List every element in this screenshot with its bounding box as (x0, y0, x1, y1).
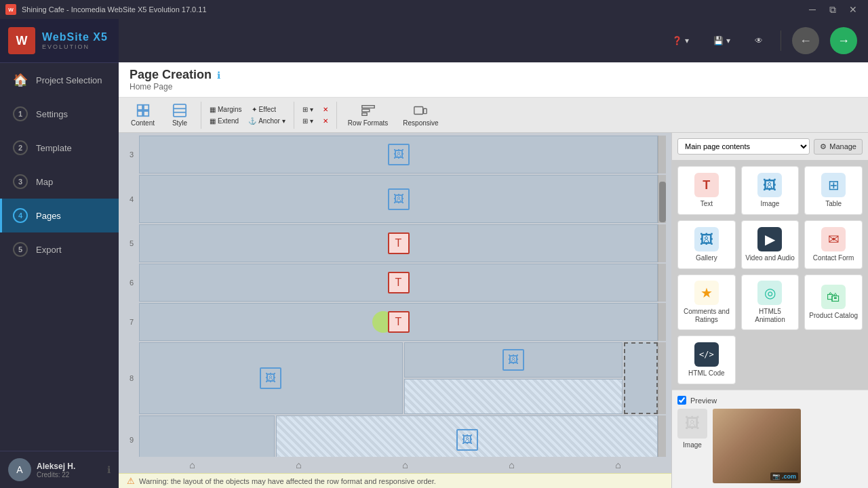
panel-item-contact-form[interactable]: ✉ Contact Form (804, 220, 863, 269)
forward-button[interactable]: → (830, 27, 857, 54)
preview-button[interactable]: 👁 (748, 32, 770, 49)
row-scrollbar[interactable] (658, 342, 666, 414)
close-button[interactable]: ✕ (844, 0, 863, 19)
image-cell-icon: 🖼 (260, 367, 281, 389)
extend-button[interactable]: ▦ Extend (205, 116, 243, 126)
panel-item-comments-ratings[interactable]: ★ Comments and Ratings (677, 274, 736, 330)
row-scrollbar[interactable] (658, 136, 666, 174)
row-cell-9b[interactable]: 🖼 (276, 415, 658, 457)
add-col-button[interactable]: ⊞ ▾ (298, 116, 317, 126)
help-button[interactable]: ❓ ▾ (665, 32, 696, 49)
anchor-2[interactable]: ⌂ (245, 460, 352, 470)
anchor-button[interactable]: ⚓ Anchor ▾ (244, 116, 290, 126)
anchor-5[interactable]: ⌂ (565, 460, 671, 470)
row-content-5: T (139, 224, 658, 262)
manage-button[interactable]: ⚙ Manage (814, 139, 863, 155)
back-button[interactable]: ← (792, 27, 819, 54)
style-button[interactable]: Style (163, 100, 197, 129)
add-row-button[interactable]: ⊞ ▾ (298, 104, 317, 115)
preview-checkbox[interactable] (677, 396, 686, 405)
responsive-label: Responsive (403, 119, 438, 127)
margins-button[interactable]: ▦ Margins (205, 104, 246, 115)
row-scrollbar[interactable] (658, 415, 666, 457)
anchor-1[interactable]: ⌂ (139, 460, 245, 470)
panel-item-gallery[interactable]: 🖼 Gallery (677, 220, 736, 269)
row-cell[interactable]: 🖼 (139, 136, 658, 174)
panel-item-text[interactable]: T Text (677, 166, 736, 215)
panel-dropdown[interactable]: Main page contents (677, 138, 810, 155)
add-col-arrow: ▾ (310, 117, 313, 125)
row-tools: ⊞ ▾ ✕ (298, 104, 332, 115)
table-item-icon: ⊞ (821, 173, 846, 197)
sidebar: W WebSite X5 EVOLUTION 🏠 Project Selecti… (0, 19, 119, 488)
comments-item-icon: ★ (694, 281, 719, 305)
delete-col-button[interactable]: ✕ (319, 116, 332, 126)
panel-item-table[interactable]: ⊞ Table (804, 166, 863, 215)
canvas-scroll[interactable]: 3 🖼 4 (119, 133, 671, 457)
row-cell[interactable]: 🖼 (139, 175, 658, 223)
row-cell-9a[interactable] (139, 415, 275, 457)
image-item-label: Image (761, 200, 780, 208)
sidebar-item-settings[interactable]: 1 Settings (0, 97, 119, 131)
extend-icon: ▦ (210, 117, 216, 125)
content-label: Content (131, 119, 155, 127)
row-cell[interactable]: T (139, 264, 658, 302)
row-scrollbar[interactable] (658, 175, 666, 223)
panel-item-video-audio[interactable]: ▶ Video and Audio (741, 220, 800, 269)
anchor-3[interactable]: ⌂ (352, 460, 458, 470)
panel-item-html-code[interactable]: </> HTML Code (677, 336, 736, 384)
page-info-icon[interactable]: ℹ (217, 70, 220, 81)
panel-item-image[interactable]: 🖼 Image (741, 166, 800, 215)
page-header: Page Creation ℹ Home Page (119, 62, 868, 98)
svg-rect-2 (137, 111, 142, 116)
sidebar-item-pages[interactable]: 4 Pages (0, 199, 119, 232)
titlebar: W Shining Cafe - Incomedia WebSite X5 Ev… (0, 0, 868, 19)
row-cell[interactable]: T (139, 224, 658, 262)
row-cell-8b1[interactable]: 🖼 (404, 342, 623, 378)
delete-row-button[interactable]: ✕ (319, 104, 332, 115)
svg-rect-9 (361, 113, 366, 116)
row-cell-8b2-selected[interactable] (404, 379, 623, 414)
preview-checkbox-label[interactable]: Preview (677, 396, 863, 405)
anchor-4[interactable]: ⌂ (458, 460, 565, 470)
status-text: Warning: the layout of the objects may h… (139, 477, 436, 485)
save-icon: 💾 (713, 36, 724, 45)
row-cell-active[interactable]: T (139, 303, 658, 341)
effect-star-icon: ✦ (252, 106, 257, 113)
row-scrollbar[interactable] (658, 303, 666, 341)
row-formats-button[interactable]: Row Formats (341, 100, 395, 129)
row-cell-8c-selected[interactable] (624, 342, 658, 414)
row-num-5: 5 (124, 224, 139, 262)
responsive-button[interactable]: Responsive (396, 100, 445, 129)
effect-button[interactable]: ✦ Effect (248, 104, 280, 115)
save-button[interactable]: 💾 ▾ (707, 32, 737, 49)
sidebar-item-project[interactable]: 🏠 Project Selection (0, 63, 119, 97)
sidebar-item-label: Pages (36, 211, 61, 221)
row-formats-label: Row Formats (348, 119, 388, 127)
image-item-icon: 🖼 (757, 173, 782, 197)
table-row: 7 T (124, 303, 666, 341)
table-row: 4 🖼 (124, 175, 666, 223)
sidebar-item-export[interactable]: 5 Export (0, 232, 119, 266)
table-item-label: Table (825, 200, 842, 208)
minimize-button[interactable]: ─ (803, 0, 822, 19)
table-row: 5 T (124, 224, 666, 262)
logo-title: WebSite X5 (42, 31, 108, 43)
preview-logo: 📷 .com (770, 472, 798, 481)
text-icon: T (703, 178, 710, 192)
restore-button[interactable]: ⧉ (823, 0, 842, 19)
canvas-rows: 3 🖼 4 (119, 133, 671, 457)
sidebar-item-label: Template (36, 143, 72, 153)
sidebar-item-template[interactable]: 2 Template (0, 131, 119, 165)
row-scrollbar[interactable] (658, 264, 666, 302)
step-num-3: 3 (13, 174, 28, 189)
sidebar-item-map[interactable]: 3 Map (0, 165, 119, 199)
image-cell-icon: 🖼 (388, 188, 410, 210)
preview-icon-wrap: 🖼 Image (677, 409, 707, 449)
content-button[interactable]: Content (124, 100, 161, 129)
row-cell-8a[interactable]: 🖼 (139, 342, 403, 414)
panel-item-html5-animation[interactable]: ◎ HTML5 Animation (741, 274, 800, 330)
row-scrollbar[interactable] (658, 224, 666, 262)
panel-item-product-catalog[interactable]: 🛍 Product Catalog (804, 274, 863, 330)
user-info-icon[interactable]: ℹ (107, 464, 111, 475)
